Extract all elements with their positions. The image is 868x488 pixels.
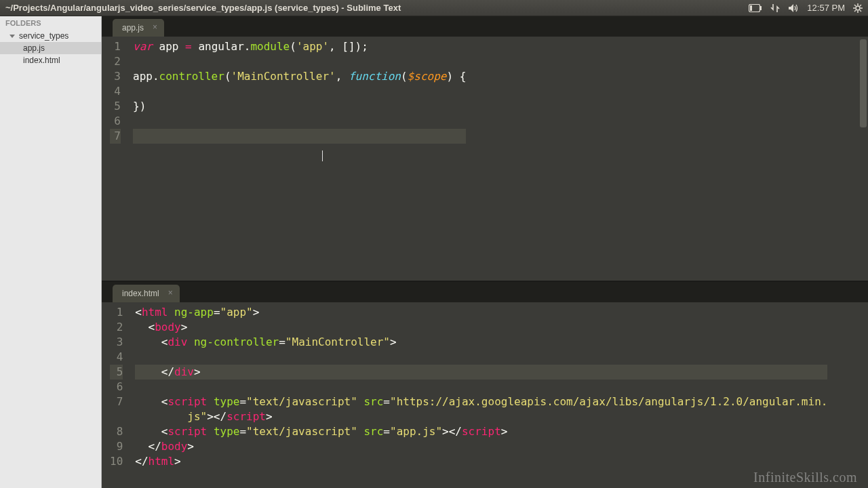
tab-bar-bottom: index.html ×	[102, 282, 868, 302]
gutter: 12345678910	[102, 302, 130, 488]
tab-label: index.html	[122, 289, 159, 298]
code-text[interactable]: <html ng-app="app"> <body> <div ng-contr…	[130, 302, 827, 488]
network-icon[interactable]	[770, 3, 780, 13]
system-tray: 12:57 PM	[749, 3, 863, 13]
svg-line-8	[854, 5, 856, 6]
tab-label: app.js	[122, 23, 144, 33]
code-text[interactable]: var app = angular.module('app', []);app.…	[127, 37, 466, 281]
volume-icon[interactable]	[788, 3, 799, 13]
code-area-top[interactable]: 1234567 var app = angular.module('app', …	[102, 37, 868, 281]
svg-line-11	[854, 10, 856, 12]
text-cursor	[322, 150, 323, 161]
svg-point-3	[856, 6, 860, 10]
gutter: 1234567	[102, 37, 127, 281]
window-title: ~/Projects/Angular/angularjs_video_serie…	[5, 3, 749, 13]
main-area: FOLDERS service_types app.jsindex.html a…	[0, 16, 868, 488]
svg-line-9	[860, 10, 861, 12]
clock[interactable]: 12:57 PM	[807, 3, 845, 13]
scrollbar[interactable]	[860, 39, 867, 127]
svg-line-10	[860, 5, 861, 6]
sidebar-file[interactable]: app.js	[0, 42, 101, 54]
sidebar-header: FOLDERS	[0, 16, 101, 30]
gear-icon[interactable]	[853, 3, 863, 13]
system-menubar: ~/Projects/Angular/angularjs_video_serie…	[0, 0, 868, 16]
editor-group: app.js × 1234567 var app = angular.modul…	[102, 16, 868, 488]
tab-app-js[interactable]: app.js ×	[113, 19, 164, 37]
chevron-down-icon	[9, 35, 15, 38]
editor-pane-top: app.js × 1234567 var app = angular.modul…	[102, 16, 868, 281]
code-area-bottom[interactable]: 12345678910 <html ng-app="app"> <body> <…	[102, 302, 868, 488]
sidebar: FOLDERS service_types app.jsindex.html	[0, 16, 102, 488]
tab-bar-top: app.js ×	[102, 16, 868, 37]
tab-index-html[interactable]: index.html ×	[113, 285, 180, 302]
svg-rect-1	[760, 6, 762, 10]
close-icon[interactable]: ×	[153, 23, 157, 31]
close-icon[interactable]: ×	[168, 289, 173, 297]
folder-label: service_types	[19, 31, 68, 41]
svg-rect-2	[750, 5, 752, 11]
sidebar-file[interactable]: index.html	[0, 54, 101, 66]
sidebar-folder[interactable]: service_types	[0, 30, 101, 42]
editor-pane-bottom: index.html × 12345678910 <html ng-app="a…	[102, 282, 868, 488]
battery-icon[interactable]	[749, 4, 762, 12]
